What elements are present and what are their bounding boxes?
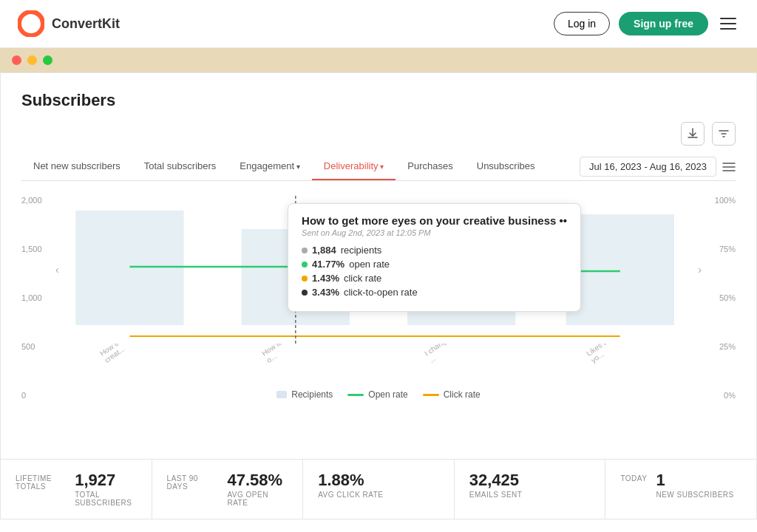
stat-emails-sent-label: EMAILS SENT	[469, 491, 591, 499]
tooltip-click-to-open-value: 3.43%	[312, 287, 339, 298]
stat-avg-click-value: 1.88%	[318, 471, 439, 489]
legend-open-rate-label: Open rate	[368, 389, 407, 400]
logo-icon	[18, 10, 44, 37]
stat-total-subscribers-value: 1,927	[75, 471, 136, 489]
logo: ConvertKit	[18, 10, 120, 37]
tooltip-recipients-label: recipients	[341, 245, 382, 256]
stat-avg-click: 1.88% AVG CLICK RATE	[303, 460, 455, 519]
stat-avg-open-rate-value: 47.58%	[227, 471, 288, 489]
download-button[interactable]	[681, 122, 705, 146]
chart-y-labels-right: 100% 75% 50% 25% 0%	[706, 181, 736, 415]
stat-lifetime-totals: LIFETIME TOTALS 1,927 TOTAL SUBSCRIBERS	[1, 460, 152, 519]
legend-recipients-icon	[276, 391, 287, 398]
stat-emails-sent: 32,425 EMAILS SENT	[455, 460, 606, 519]
stat-lifetime-prefix: LIFETIME TOTALS	[16, 471, 66, 491]
x-label-1: How this content creat...	[98, 344, 169, 364]
y-right-75: 75%	[706, 245, 736, 253]
y-label-1000: 1,000	[21, 293, 51, 302]
scroll-right-hint[interactable]: ›	[698, 264, 702, 276]
y-right-25: 25%	[706, 342, 736, 351]
main-content: Subscribers Net new subscribers Total su…	[0, 72, 757, 519]
tooltip-open-rate-row: 41.77% open rate	[302, 259, 567, 270]
logo-text: ConvertKit	[52, 16, 120, 32]
tooltip-open-rate-value: 41.77%	[312, 259, 344, 270]
header-actions: Log in Sign up free	[554, 12, 739, 35]
stat-today-prefix: TODAY	[620, 471, 647, 482]
stat-new-subscribers-label: NEW SUBSCRIBERS	[656, 491, 733, 499]
tab-total-subscribers[interactable]: Total subscribers	[132, 153, 228, 180]
tooltip-recipients-value: 1,884	[312, 245, 336, 256]
browser-dot-green[interactable]	[43, 55, 52, 65]
stat-today: TODAY 1 NEW SUBSCRIBERS	[605, 460, 756, 519]
date-range-text[interactable]: Jul 16, 2023 - Aug 16, 2023	[580, 157, 716, 177]
tooltip-click-rate-label: click rate	[344, 273, 381, 284]
y-label-0: 0	[21, 391, 51, 400]
legend-open-rate-icon	[347, 394, 364, 396]
tab-purchases[interactable]: Purchases	[396, 153, 464, 180]
legend-open-rate: Open rate	[347, 389, 407, 400]
filter-icon	[718, 128, 730, 140]
legend-recipients-label: Recipients	[291, 389, 333, 400]
tab-engagement[interactable]: Engagement	[228, 153, 312, 180]
stat-total-subscribers-label: TOTAL SUBSCRIBERS	[75, 491, 136, 507]
scroll-left-hint[interactable]: ‹	[55, 264, 59, 276]
stat-lifetime-values: 1,927 TOTAL SUBSCRIBERS	[75, 471, 136, 507]
page-title: Subscribers	[21, 91, 736, 110]
y-right-0: 0%	[706, 391, 736, 400]
filter-button[interactable]	[712, 122, 736, 146]
browser-bar	[0, 48, 757, 72]
y-right-50: 50%	[706, 293, 736, 302]
click-to-open-dot	[302, 290, 308, 296]
hamburger-menu[interactable]	[717, 15, 739, 33]
stat-emails-sent-value: 32,425	[469, 471, 591, 489]
x-label-2: How to get more eyes o...	[260, 344, 330, 364]
login-button[interactable]: Log in	[554, 12, 610, 35]
tooltip-click-to-open-row: 3.43% click-to-open rate	[302, 287, 567, 298]
header: ConvertKit Log in Sign up free	[0, 0, 757, 48]
tab-deliverability[interactable]: Deliverability	[312, 153, 396, 180]
browser-dot-red[interactable]	[12, 55, 21, 65]
chart-x-labels: How this content creat... How to get mor…	[54, 344, 703, 367]
y-right-100: 100%	[706, 196, 736, 205]
hamburger-line-2	[720, 23, 736, 24]
stat-avg-click-label: AVG CLICK RATE	[318, 491, 439, 499]
stat-today-values: 1 NEW SUBSCRIBERS	[656, 471, 733, 499]
tooltip-click-to-open-label: click-to-open rate	[344, 287, 418, 298]
recipients-dot	[302, 248, 308, 253]
tab-unsubscribes[interactable]: Unsubscribes	[465, 153, 547, 180]
chart-y-labels: 2,000 1,500 1,000 500 0	[21, 181, 51, 415]
open-rate-dot	[302, 262, 308, 267]
stats-bar: LIFETIME TOTALS 1,927 TOTAL SUBSCRIBERS …	[1, 459, 756, 519]
browser-dot-yellow[interactable]	[27, 55, 37, 65]
hamburger-line-1	[720, 18, 736, 19]
tooltip-recipients-row: 1,884 recipients	[302, 245, 567, 256]
tooltip-title: How to get more eyes on your creative bu…	[302, 214, 567, 227]
stat-last-90-values: 47.58% AVG OPEN RATE	[227, 471, 288, 507]
legend-click-rate-icon	[423, 394, 439, 396]
stat-avg-open-rate-label: AVG OPEN RATE	[227, 491, 288, 507]
date-range: Jul 16, 2023 - Aug 16, 2023	[580, 157, 736, 177]
chart-inner: ‹ › How to get more e	[54, 196, 703, 344]
download-icon	[687, 128, 699, 140]
tooltip-date: Sent on Aug 2nd, 2023 at 12:05 PM	[302, 228, 567, 237]
stat-today-inner: TODAY 1 NEW SUBSCRIBERS	[620, 471, 741, 499]
tab-net-new-subscribers[interactable]: Net new subscribers	[21, 153, 132, 180]
y-label-500: 500	[21, 342, 51, 351]
x-label-3: I changed who I am to ...	[423, 344, 493, 364]
x-label-4: Likes & follows get yo...	[585, 344, 655, 364]
legend-click-rate: Click rate	[423, 389, 481, 400]
stat-last-90: LAST 90 DAYS 47.58% AVG OPEN RATE	[152, 460, 304, 519]
stat-emails-sent-inner: 32,425 EMAILS SENT	[469, 471, 591, 499]
y-label-1500: 1,500	[21, 245, 51, 253]
svg-rect-1	[75, 211, 183, 325]
stat-last-90-prefix: LAST 90 DAYS	[167, 471, 219, 491]
list-view-icon[interactable]	[722, 162, 736, 172]
toolbar	[21, 122, 736, 146]
legend-recipients: Recipients	[276, 389, 333, 400]
chart-container: 2,000 1,500 1,000 500 0 100% 75% 50% 25%…	[21, 181, 736, 459]
stat-lifetime-inner: LIFETIME TOTALS 1,927 TOTAL SUBSCRIBERS	[16, 471, 137, 507]
tooltip-open-rate-label: open rate	[349, 259, 390, 270]
nav-tabs: Net new subscribers Total subscribers En…	[21, 153, 736, 181]
signup-button[interactable]: Sign up free	[619, 12, 708, 35]
svg-rect-4	[566, 214, 674, 325]
